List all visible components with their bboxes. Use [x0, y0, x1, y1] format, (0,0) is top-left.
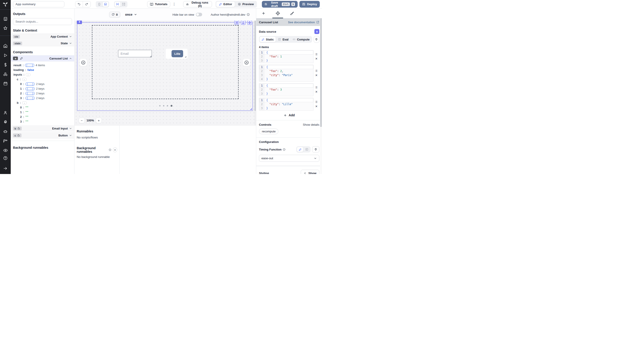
favorites-star-icon[interactable] [0, 24, 11, 32]
json-editor[interactable]: 1{2 "foo": 13} [259, 50, 314, 63]
help-icon[interactable] [0, 154, 11, 162]
workspace-icon[interactable] [0, 15, 11, 22]
see-documentation-link[interactable]: See documentation [288, 20, 319, 24]
app-canvas[interactable]: a Lille [74, 20, 254, 125]
delete-item-icon[interactable]: ✕ [315, 90, 318, 94]
delete-item-icon[interactable]: ✕ [315, 105, 318, 108]
undo-button[interactable] [75, 1, 83, 7]
state-row[interactable]: state State [11, 40, 74, 46]
output-tree-row[interactable]: 1:{...}2 keys [11, 86, 74, 91]
desktop-view-icon[interactable] [102, 2, 109, 7]
zoom-out-button[interactable]: − [79, 118, 85, 123]
tree-value-chip[interactable]: {...} [26, 87, 35, 90]
carousel-dot[interactable] [163, 105, 164, 106]
selected-component-a[interactable]: a Lille [77, 22, 253, 111]
carousel-prev-button[interactable] [80, 59, 87, 66]
drag-handle-icon[interactable]: ⠿ [315, 100, 318, 104]
tab-styling-brush[interactable] [285, 8, 299, 18]
tree-value-chip[interactable]: - [26, 73, 30, 76]
carousel-dot[interactable] [167, 105, 168, 106]
timing-function-select[interactable]: ease-out [259, 155, 319, 162]
component-row-c[interactable]: c Button [11, 132, 74, 138]
user-icon[interactable] [0, 109, 11, 116]
timing-eval-button[interactable] [304, 147, 310, 152]
windmill-logo[interactable] [0, 0, 11, 8]
output-tree-row[interactable]: 0:"" [11, 105, 74, 110]
canvas-scrollbar[interactable] [254, 20, 256, 125]
schedules-icon[interactable] [0, 80, 11, 88]
mobile-view-icon[interactable] [96, 2, 102, 7]
tree-value-chip[interactable]: - [22, 78, 26, 81]
move-component-button[interactable] [247, 20, 252, 25]
email-input-component[interactable] [118, 50, 152, 57]
json-editor[interactable]: 1{2 "city": "Lille"3} [259, 98, 314, 111]
carousel-inner-container[interactable] [92, 25, 238, 99]
deploy-button[interactable]: Deploy [300, 1, 320, 8]
add-item-button[interactable]: Add [284, 114, 295, 117]
expand-sidebar-icon[interactable] [0, 164, 11, 172]
component-row-b[interactable]: b Email Input [11, 126, 74, 132]
component-row-a[interactable]: a Carousel List [11, 55, 74, 62]
tab-insert-component[interactable] [256, 8, 270, 18]
timing-plug-button[interactable] [312, 146, 319, 152]
variables-icon[interactable] [0, 61, 11, 69]
refresh-count-button[interactable]: 0 [109, 12, 120, 18]
carousel-dot[interactable] [159, 105, 160, 106]
editor-tab[interactable]: Editor [216, 1, 235, 7]
carousel-dot-active[interactable] [170, 105, 172, 107]
redo-button[interactable] [83, 1, 90, 7]
output-tree-row[interactable]: 2:"" [11, 114, 74, 119]
audit-eye-icon[interactable] [0, 147, 11, 154]
output-tree-row[interactable]: 2:{...}2 keys [11, 91, 74, 96]
drag-handle-icon[interactable]: ⠿ [315, 86, 318, 89]
search-outputs-input[interactable] [13, 18, 72, 25]
tree-value-chip[interactable]: {...} [26, 82, 35, 86]
tree-value-chip[interactable]: [...] [25, 64, 34, 67]
static-mode-button[interactable]: Static [260, 36, 276, 42]
home-icon[interactable] [0, 42, 11, 50]
timing-static-button[interactable] [297, 147, 304, 152]
more-menu-icon[interactable]: ⋮ [172, 2, 176, 6]
carousel-next-button[interactable] [243, 59, 250, 66]
resize-handle[interactable] [185, 56, 186, 58]
full-width-icon[interactable] [121, 2, 127, 7]
center-layout-icon[interactable] [114, 2, 121, 7]
output-tree-row[interactable]: result:[...]4 items [11, 63, 74, 68]
lille-button-component[interactable]: Lille [172, 50, 183, 57]
compute-mode-button[interactable]: Compute [290, 36, 312, 42]
json-editor[interactable]: 1{2 "foo": 2,3 "city": "Paris"4} [259, 65, 314, 82]
drag-handle-icon[interactable]: ⠿ [315, 53, 318, 56]
hide-bar-toggle[interactable] [196, 13, 202, 16]
tree-value-chip[interactable]: {...} [26, 92, 35, 95]
resize-handle[interactable] [150, 56, 152, 57]
tab-component-settings[interactable] [270, 8, 285, 18]
json-editor[interactable]: 1{2 "foo": 33} [259, 83, 314, 96]
add-background-runnable-button[interactable]: + [113, 148, 117, 152]
tutorials-button[interactable]: Tutorials [147, 1, 170, 8]
delete-item-icon[interactable]: ✕ [315, 74, 318, 77]
resources-icon[interactable] [0, 70, 11, 78]
folders-icon[interactable] [0, 137, 11, 145]
settings-gear-icon[interactable] [0, 118, 11, 126]
schedule-select[interactable]: once [125, 13, 137, 16]
output-tree-row[interactable]: 0:{...}2 keys [11, 82, 74, 86]
preview-tab[interactable]: Preview [235, 1, 256, 7]
eval-mode-button[interactable]: Eval [276, 36, 290, 42]
debug-runs-button[interactable]: Debug runs (0) [183, 1, 212, 8]
runs-icon[interactable] [0, 52, 11, 59]
show-details-link[interactable]: Show details [303, 123, 319, 126]
output-tree-row[interactable]: 1:"" [11, 110, 74, 114]
output-tree-row[interactable]: b:- [11, 100, 74, 105]
connect-plug-button[interactable] [314, 36, 320, 43]
delete-item-icon[interactable]: ✕ [315, 57, 318, 60]
edit-pencil-icon[interactable] [20, 57, 23, 60]
app-summary-input[interactable] [13, 1, 64, 8]
output-tree-row[interactable]: 3:"" [11, 119, 74, 124]
expand-component-button[interactable] [234, 20, 239, 25]
zoom-in-button[interactable]: + [96, 118, 102, 123]
drag-handle-icon[interactable]: ⠿ [315, 69, 318, 73]
output-tree-row[interactable]: c:- [11, 77, 74, 82]
styling-show-button[interactable]: Show [301, 170, 319, 174]
anchor-component-button[interactable] [241, 20, 246, 25]
output-tree-row[interactable]: inputs:- [11, 72, 74, 77]
